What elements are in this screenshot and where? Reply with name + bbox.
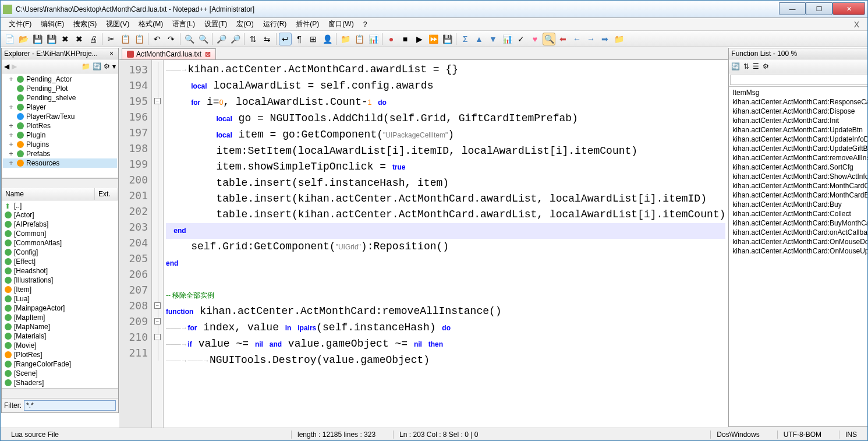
function-item[interactable]: kihan.actCenter.ActMonthCard:ResponseCal…	[730, 97, 867, 107]
print-icon[interactable]: 🖨	[87, 33, 100, 45]
list-item[interactable]: [CommonAtlas]	[2, 238, 118, 248]
prev-icon[interactable]: ◀	[4, 62, 9, 70]
undo-icon[interactable]: ↶	[151, 33, 164, 45]
close-button[interactable]: ✕	[832, 2, 865, 15]
heart-icon[interactable]: ♥	[529, 33, 541, 45]
code-editor[interactable]: 193 194 195 196 197 198 199 200 201 202 …	[119, 60, 728, 428]
list-item[interactable]: ⬆[..]	[2, 201, 118, 210]
function-search-input[interactable]	[730, 75, 867, 85]
function-item[interactable]: kihan.actCenter.ActMonthCard:OnMouseDown…	[730, 237, 867, 246]
function-item[interactable]: kihan.actCenter.ActMonthCard:ShowActInfo	[730, 172, 867, 181]
tree-item[interactable]: +Pending_Actor	[3, 75, 117, 84]
next-icon[interactable]: ▶	[12, 62, 17, 70]
title-bar[interactable]: C:\Users\frankhao\Desktop\ActMonthCard.l…	[1, 1, 867, 18]
function-item[interactable]: kihan.actCenter.ActMonthCard:Buy	[730, 200, 867, 209]
explorer-icon[interactable]: 🔍	[543, 33, 555, 45]
fold-column[interactable]	[152, 60, 164, 428]
nav-up-icon[interactable]: ▲	[473, 33, 486, 45]
function-item[interactable]: kihan.actCenter.ActMonthCard:UpdateInfoD…	[730, 135, 867, 144]
function-item[interactable]: kihan.actCenter.ActMonthCard:BuyMonthCar…	[730, 218, 867, 228]
list-item[interactable]: [Illustrations]	[2, 276, 118, 285]
col-name[interactable]: Name	[2, 188, 95, 200]
function-item[interactable]: kihan.actCenter.ActMonthCard:UpdateGiftB…	[730, 144, 867, 153]
copy-icon[interactable]: 📋	[119, 33, 132, 45]
list-item[interactable]: [Movie]	[2, 341, 118, 350]
list-scrollbar-h[interactable]	[2, 388, 118, 398]
function-item[interactable]: kihan.actCenter.ActMonthCard:onActCallba…	[730, 228, 867, 237]
menu-plugins[interactable]: 插件(P)	[291, 18, 324, 30]
tab-actmonthcard[interactable]: ActMonthCard.lua.txt ⊠	[122, 48, 216, 59]
list-item[interactable]: [Headshot]	[2, 266, 118, 276]
tree-item[interactable]: PlayerRawTexu	[3, 112, 117, 121]
spell-check-icon[interactable]: ✓	[515, 33, 527, 45]
maximize-button[interactable]: ❐	[806, 2, 832, 15]
menu-file[interactable]: 文件(F)	[4, 18, 36, 30]
replace-icon[interactable]: 🔍	[197, 33, 210, 45]
list-item[interactable]: [Shaders]	[2, 378, 118, 387]
zoom-out-icon[interactable]: 🔎	[229, 33, 242, 45]
list-item[interactable]: [RangeColorFade]	[2, 359, 118, 369]
menu-macro[interactable]: 宏(O)	[232, 18, 258, 30]
favorites-icon[interactable]: ⬅	[557, 33, 569, 45]
code-content[interactable]: ───→kihan.actCenter.ActMonthCard.awardLi…	[164, 60, 728, 428]
filter-input[interactable]	[24, 400, 116, 411]
misc-icon[interactable]: 📁	[612, 33, 625, 45]
save-macro-icon[interactable]: 💾	[441, 33, 454, 45]
tree-item[interactable]: +PlotRes	[3, 121, 117, 130]
refresh-icon[interactable]: 🔄	[93, 62, 101, 70]
zoom-in-icon[interactable]: 🔎	[215, 33, 228, 45]
open-file-icon[interactable]: 📂	[17, 33, 30, 45]
nav-down-icon[interactable]: ▼	[487, 33, 499, 45]
close-file-icon[interactable]: ✖	[59, 33, 72, 45]
list-item[interactable]: [AIPrefabs]	[2, 220, 118, 229]
function-item[interactable]: kihan.actCenter.ActMonthCard:removeAllIn…	[730, 153, 867, 163]
list-item[interactable]: [Lua]	[2, 294, 118, 304]
menu-view[interactable]: 视图(V)	[101, 18, 134, 30]
tab-close-icon[interactable]: ⊠	[205, 50, 211, 58]
list-item[interactable]: [Effect]	[2, 257, 118, 266]
save-icon[interactable]: 💾	[31, 33, 44, 45]
tree-item[interactable]: +Plugin	[3, 130, 117, 140]
preferences-icon[interactable]: ⚙	[763, 62, 769, 70]
cut-icon[interactable]: ✂	[105, 33, 118, 45]
find-icon[interactable]: 🔍	[183, 33, 196, 45]
forward-icon[interactable]: →	[584, 33, 597, 45]
explorer-close-icon[interactable]: ×	[107, 50, 116, 58]
sync-h-icon[interactable]: ⇆	[261, 33, 274, 45]
tree-item[interactable]: +Plugins	[3, 140, 117, 149]
function-item[interactable]: ItemMsg	[730, 88, 867, 97]
file-list[interactable]: ⬆[..][Actor][AIPrefabs][Common][CommonAt…	[2, 200, 118, 388]
function-item[interactable]: kihan.actCenter.ActMonthCard:MonthCardCl…	[730, 181, 867, 190]
record-macro-icon[interactable]: ●	[385, 33, 398, 45]
close-all-icon[interactable]: ✖	[73, 33, 86, 45]
list-item[interactable]: [PlotRes]	[2, 350, 118, 359]
explorer-toggle-icon[interactable]: Σ	[459, 33, 472, 45]
save-all-icon[interactable]: 💾	[45, 33, 58, 45]
back-icon[interactable]: ←	[571, 33, 583, 45]
new-folder-icon[interactable]: 📁	[82, 62, 90, 70]
function-item[interactable]: kihan.actCenter.ActMonthCard:MonthCardBu…	[730, 190, 867, 200]
function-list-icon[interactable]: 📋	[353, 33, 366, 45]
new-file-icon[interactable]: 📄	[3, 33, 16, 45]
compare-icon[interactable]: 📊	[501, 33, 513, 45]
folder-icon[interactable]: 📁	[339, 33, 352, 45]
wordwrap-icon[interactable]: ↩	[279, 33, 292, 45]
function-item[interactable]: kihan.actCenter.ActMonthCard:OnMouseUpBu…	[730, 246, 867, 256]
function-item[interactable]: kihan.actCenter.ActMonthCard:Collect	[730, 209, 867, 218]
list-item[interactable]: [MapItem]	[2, 313, 118, 322]
function-list[interactable]: ItemMsgkihan.actCenter.ActMonthCard:Resp…	[729, 87, 867, 426]
tree-scrollbar-h[interactable]	[2, 178, 118, 188]
list-item[interactable]: [Actor]	[2, 210, 118, 220]
folder-tree[interactable]: +Pending_ActorPending_PlotPending_shelve…	[2, 73, 118, 178]
menu-help[interactable]: ?	[359, 19, 372, 30]
list-item[interactable]: [Config]	[2, 248, 118, 257]
tree-item[interactable]: Pending_Plot	[3, 84, 117, 93]
tree-view-icon[interactable]: ☰	[753, 62, 759, 70]
col-ext[interactable]: Ext.	[95, 188, 118, 200]
indent-guide-icon[interactable]: ⊞	[307, 33, 320, 45]
function-item[interactable]: kihan.actCenter.ActMonthCard.SortCfg	[730, 163, 867, 172]
function-item[interactable]: kihan.actCenter.ActMonthCard:Dispose	[730, 107, 867, 116]
list-item[interactable]: [Item]	[2, 285, 118, 294]
menu-search[interactable]: 搜索(S)	[69, 18, 101, 30]
sync-v-icon[interactable]: ⇅	[247, 33, 260, 45]
